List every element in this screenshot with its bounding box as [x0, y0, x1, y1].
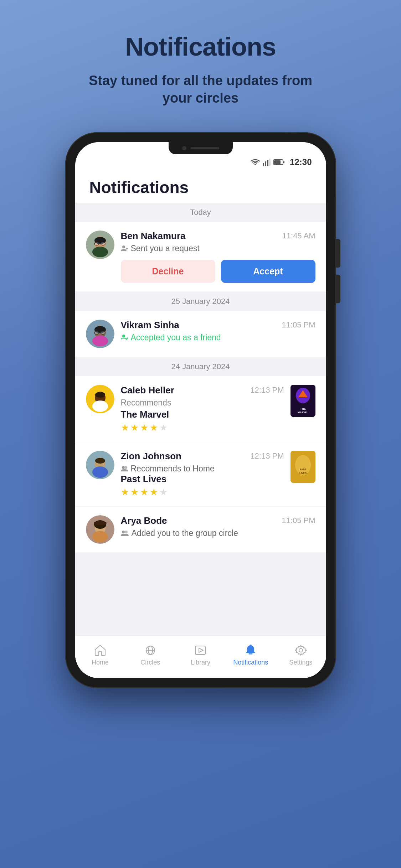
- movie-title-caleb: The Marvel: [121, 409, 284, 420]
- notif-time-ben: 11:45 AM: [282, 231, 315, 241]
- svg-point-37: [92, 466, 108, 478]
- avatar-arya-img: [86, 515, 114, 544]
- svg-point-49: [94, 521, 107, 525]
- signal-icon: [263, 159, 271, 166]
- nav-item-home[interactable]: Home: [75, 644, 125, 666]
- notification-card-caleb: Caleb Heller 12:13 PM Recommends The Mar…: [75, 376, 326, 442]
- nav-item-notifications[interactable]: Notifications: [226, 644, 276, 666]
- movie-poster-past-lives: PAST LIVES: [291, 451, 315, 483]
- avatar-vikram: [86, 320, 114, 348]
- svg-rect-13: [101, 242, 105, 245]
- bottom-nav: Home Circles: [75, 635, 326, 678]
- svg-point-39: [122, 466, 125, 469]
- settings-icon: [294, 644, 307, 657]
- movie-thumb-past-lives: PAST LIVES: [291, 451, 315, 483]
- nav-label-settings: Settings: [289, 659, 313, 666]
- notification-top-zion: Zion Johnson 12:13 PM: [121, 451, 284, 462]
- avatar-arya: [86, 515, 114, 544]
- svg-rect-7: [283, 161, 284, 163]
- notification-body-arya: Arya Bode 11:05 PM Added you: [121, 515, 315, 538]
- svg-rect-12: [94, 242, 99, 245]
- phone-screen: 12:30 Notifications Today: [75, 142, 326, 678]
- notification-row: Ben Nakamura 11:45 AM: [86, 231, 315, 283]
- svg-rect-23: [101, 331, 105, 334]
- status-time: 12:30: [290, 157, 312, 167]
- notification-top-arya: Arya Bode 11:05 PM: [121, 515, 315, 526]
- svg-text:PAST: PAST: [299, 468, 306, 471]
- battery-icon: [273, 159, 285, 165]
- recommendation-row-zion: Zion Johnson 12:13 PM Recomme: [86, 451, 315, 498]
- user-name-zion: Zion Johnson: [121, 451, 181, 462]
- svg-point-29: [95, 392, 105, 398]
- nav-item-circles[interactable]: Circles: [125, 644, 175, 666]
- notification-card-vikram: Vikram Sinha 11:05 PM Accepte: [75, 311, 326, 357]
- svg-point-40: [124, 466, 127, 469]
- movie-thumb-marvel: THE MARVEL: [291, 385, 315, 417]
- svg-text:THE: THE: [300, 407, 306, 410]
- notification-row-arya: Arya Bode 11:05 PM Added you: [86, 515, 315, 544]
- star-4: ★: [150, 487, 158, 498]
- nav-label-library: Library: [191, 659, 210, 666]
- avatar-caleb: [86, 385, 114, 413]
- svg-point-28: [92, 401, 108, 412]
- screen-title: Notifications: [89, 178, 312, 197]
- svg-text:LIVES: LIVES: [299, 472, 307, 474]
- nav-item-settings[interactable]: Settings: [276, 644, 326, 666]
- star-3: ★: [140, 487, 148, 498]
- stars-zion: ★ ★ ★ ★ ★: [121, 487, 284, 498]
- notif-time-caleb: 12:13 PM: [250, 386, 284, 395]
- home-icon: [94, 644, 107, 657]
- notif-text-vikram: Accepted you as a friend: [121, 333, 315, 342]
- date-separator-jan25: 25 January 2024: [75, 292, 326, 311]
- decline-button[interactable]: Decline: [121, 260, 215, 283]
- recommends-zion: Recommends to Home: [121, 464, 284, 474]
- star-2: ★: [130, 487, 139, 498]
- svg-rect-6: [274, 160, 281, 164]
- avatar-zion-img: [86, 451, 114, 479]
- svg-point-58: [250, 645, 252, 647]
- user-name-ben: Ben Nakamura: [121, 231, 186, 242]
- svg-rect-22: [94, 331, 99, 334]
- person-add-icon: [121, 245, 128, 252]
- notification-top: Ben Nakamura 11:45 AM: [121, 231, 315, 242]
- star-3: ★: [140, 422, 148, 433]
- group-circle-icon: [121, 529, 129, 537]
- notif-time-arya: 11:05 PM: [282, 516, 315, 525]
- svg-point-10: [92, 247, 108, 257]
- notifications-list: Today: [75, 203, 326, 635]
- notifications-header: Notifications: [75, 171, 326, 203]
- library-icon: [194, 644, 207, 657]
- phone-frame: 12:30 Notifications Today: [65, 132, 336, 688]
- svg-rect-3: [267, 160, 268, 166]
- svg-point-0: [255, 164, 256, 165]
- user-name-vikram: Vikram Sinha: [121, 320, 179, 331]
- screen-content: Notifications Today: [75, 171, 326, 678]
- notif-text-arya: Added you to the group circle: [121, 528, 315, 538]
- notification-body-caleb: Caleb Heller 12:13 PM Recommends The Mar…: [121, 385, 284, 433]
- accept-button[interactable]: Accept: [221, 260, 315, 283]
- movie-title-zion: Past Lives: [121, 474, 284, 485]
- svg-rect-4: [269, 159, 271, 166]
- star-1: ★: [121, 487, 129, 498]
- date-separator-jan24: 24 January 2024: [75, 357, 326, 376]
- avatar-vikram-img: [86, 320, 114, 348]
- svg-rect-55: [195, 646, 205, 655]
- nav-label-notifications: Notifications: [233, 659, 268, 666]
- nav-item-library[interactable]: Library: [175, 644, 226, 666]
- recommends-caleb: Recommends: [121, 398, 284, 408]
- svg-point-15: [122, 246, 125, 248]
- notification-card-arya: Arya Bode 11:05 PM Added you: [75, 507, 326, 553]
- star-5: ★: [159, 422, 168, 433]
- star-5: ★: [159, 487, 168, 498]
- avatar-zion: [86, 451, 114, 479]
- status-icons: 12:30: [251, 157, 312, 167]
- notification-card-zion: Zion Johnson 12:13 PM Recomme: [75, 442, 326, 507]
- svg-rect-1: [263, 163, 264, 166]
- svg-point-38: [95, 458, 105, 464]
- user-name-arya: Arya Bode: [121, 515, 167, 526]
- svg-point-25: [122, 335, 125, 337]
- speaker: [191, 147, 219, 149]
- circles-icon: [144, 644, 157, 657]
- svg-marker-56: [199, 648, 203, 652]
- svg-point-20: [92, 336, 108, 346]
